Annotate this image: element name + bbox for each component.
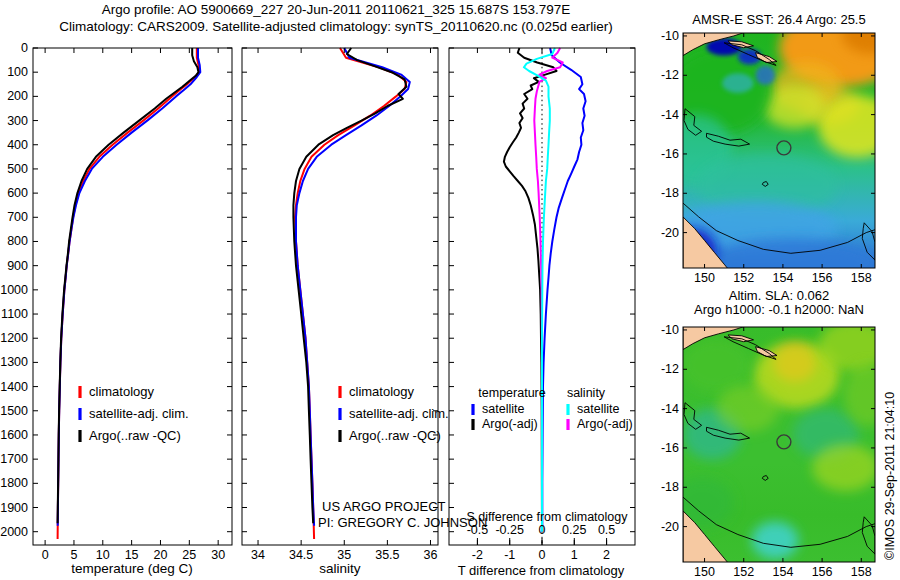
legend-label: climatology [349, 384, 415, 399]
lat-tick-label: -10 [661, 323, 679, 337]
sst-map-title: AMSR-E SST: 26.4 Argo: 25.5 [692, 12, 865, 27]
x-tick-label: 34.5 [289, 548, 313, 562]
map-raster [661, 8, 900, 285]
map-field-blob [671, 477, 734, 528]
y-tick-label: 0 [21, 41, 28, 55]
lon-tick-label: 156 [812, 271, 833, 285]
panel-salinity_profile: 3434.53535.536climatologysatellite-adj. … [242, 48, 449, 562]
y-tick-label: 600 [7, 186, 28, 200]
y-tick-label: 1700 [0, 452, 28, 466]
lat-tick-label: -10 [661, 29, 679, 43]
x-tick-label: 35 [337, 548, 351, 562]
t-difference-axis-label: T difference from climatology [458, 563, 625, 578]
map-raster [671, 320, 890, 563]
plot-frame [242, 48, 438, 545]
lat-tick-label: -16 [661, 441, 679, 455]
x-tick-label: 36 [424, 548, 438, 562]
lat-tick-label: -16 [661, 147, 679, 161]
legend-label: Argo(..raw -QC) [349, 428, 441, 443]
legend-label: satellite [577, 402, 619, 416]
lat-tick-label: -12 [661, 68, 679, 82]
figure-canvas: 0510152025300100200300400500600700800900… [0, 0, 900, 580]
x-tick-label: 5 [70, 548, 77, 562]
legend-label: satellite-adj. clim. [89, 406, 189, 421]
map-field-blob [763, 85, 826, 128]
panel-temperature_profile: 0510152025300100200300400500600700800900… [0, 41, 232, 562]
legend-label: Argo(-adj) [577, 417, 633, 431]
x-tick-label: 15 [125, 548, 139, 562]
lon-tick-label: 150 [694, 271, 715, 285]
y-tick-label: 100 [7, 65, 28, 79]
y-tick-label: 1800 [0, 476, 28, 490]
x-tick-label: 30 [211, 548, 225, 562]
map-field-blob [755, 65, 775, 85]
lat-tick-label: -14 [661, 108, 679, 122]
s-difference-axis-label: S difference from climatology [467, 510, 629, 524]
legend-label: Argo(-adj) [482, 417, 538, 431]
series-t-satellite [542, 48, 585, 532]
lat-tick-label: -20 [661, 520, 679, 534]
map-field-blob [716, 385, 779, 432]
sla-map-subtitle: Argo h1000: -0.1 h2000: NaN [694, 302, 864, 317]
map-field-blob [722, 73, 753, 93]
series-satellite-adj-clim- [296, 48, 410, 526]
salinity-axis-label: salinity [319, 561, 361, 576]
lon-tick-label: 152 [733, 565, 754, 579]
x-tick-label: 0 [42, 548, 49, 562]
legend-group-header: temperature [478, 386, 545, 400]
lon-tick-label: 158 [851, 271, 872, 285]
y-tick-label: 200 [7, 89, 28, 103]
x-tick-label: -1 [504, 548, 515, 562]
lat-tick-label: -18 [661, 186, 679, 200]
y-tick-label: 400 [7, 138, 28, 152]
y-tick-label: 500 [7, 162, 28, 176]
y-tick-label: 700 [7, 210, 28, 224]
y-tick-label: 1900 [0, 501, 28, 515]
legend-group-header: salinity [567, 386, 606, 400]
legend-label: climatology [89, 384, 155, 399]
argo-profile-figure: 0510152025300100200300400500600700800900… [0, 0, 900, 580]
map-field-blob [681, 338, 752, 393]
series-argo-raw-qc- [58, 48, 199, 523]
series-t-argo-adj- [504, 48, 557, 532]
x-tick-label: -2 [472, 548, 483, 562]
panel-difference_profile: -2-1012-0.5-0.2500.250.5temperaturesatel… [449, 48, 635, 562]
lon-tick-label: 150 [694, 565, 715, 579]
x-tick-label: 34 [251, 548, 265, 562]
x-tick-label: 2 [603, 548, 610, 562]
x-tick-label: 10 [96, 548, 110, 562]
y-tick-label: 1100 [1, 307, 28, 321]
sla-map-title: Altim. SLA: 0.062 [729, 288, 829, 303]
lon-tick-label: 154 [772, 271, 793, 285]
y-tick-label: 900 [7, 259, 28, 273]
lat-tick-label: -14 [661, 402, 679, 416]
figure-title-line1: Argo profile: AO 5900669_227 20-Jun-2011… [102, 2, 571, 17]
map-field-blob [818, 320, 889, 371]
x-tick-label: 0 [539, 548, 546, 562]
lat-tick-label: -20 [661, 226, 679, 240]
pi-note: PI: GREGORY C. JOHNSON [318, 515, 487, 530]
y-tick-label: 300 [7, 114, 28, 128]
y-tick-label: 1600 [0, 428, 28, 442]
x-tick-label: 35.5 [375, 548, 399, 562]
x-tick-label: 25 [182, 548, 196, 562]
y-tick-label: 1500 [0, 404, 28, 418]
lon-tick-label: 152 [733, 271, 754, 285]
legend-label: satellite [482, 402, 524, 416]
series-argo-raw-qc- [293, 48, 406, 523]
s-tick-label: 0.25 [562, 523, 586, 537]
y-tick-label: 1000 [0, 283, 28, 297]
lon-tick-label: 154 [772, 565, 793, 579]
panel-sst_map: 150152154156158-10-12-14-16-18-20 [661, 8, 900, 285]
x-tick-label: 20 [154, 548, 168, 562]
y-tick-label: 1400 [0, 380, 28, 394]
s-tick-label: 0.5 [598, 523, 615, 537]
temperature-axis-label: temperature (deg C) [71, 561, 193, 576]
lon-tick-label: 156 [812, 565, 833, 579]
x-tick-label: 1 [571, 548, 578, 562]
imos-watermark: ©IMOS 29-Sep-2011 21:04:10 [883, 392, 897, 560]
lat-tick-label: -18 [661, 480, 679, 494]
panel-sla_map: 150152154156158-10-12-14-16-18-20 [661, 320, 891, 579]
legend-label: Argo(..raw -QC) [89, 428, 181, 443]
project-note: US ARGO PROJECT [322, 499, 446, 514]
